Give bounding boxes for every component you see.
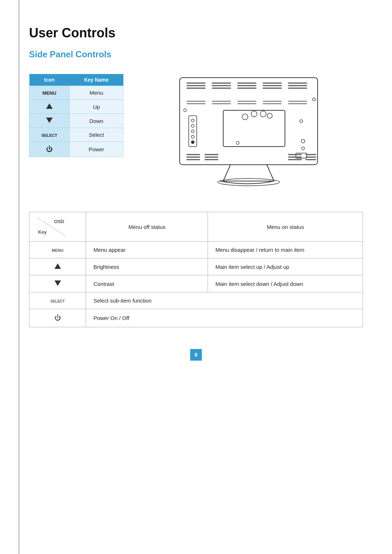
svg-rect-0 [180, 78, 318, 165]
svg-point-32 [191, 141, 194, 144]
down-icon-cell [29, 114, 70, 128]
select-icon: SELECT [41, 133, 57, 138]
power-on-off-text: Power On / Off [86, 309, 363, 327]
osd-key-header: OSD Key [29, 212, 86, 242]
power-icon: ⏻ [46, 145, 53, 153]
menu-off-text: Menu appear [86, 242, 208, 258]
col-icon-header: Icon [29, 74, 70, 86]
select-down-text: Main item select down / Adjust down [208, 275, 363, 292]
up-osd-icon [29, 258, 86, 275]
menu-on-header: Menu on status [208, 212, 363, 242]
menu-icon-cell: MENU [29, 86, 70, 100]
monitor-svg [172, 74, 325, 190]
section-subtitle: Side Panel Controls [29, 49, 363, 59]
osd-table: OSD Key Menu off status Menu on status M… [29, 212, 363, 327]
osd-select-row: SELECT Select sub-item function [29, 292, 363, 309]
table-row: Down [29, 114, 123, 128]
down-osd-icon [29, 275, 86, 292]
power-label: Power [70, 142, 123, 157]
contrast-text: Contrast [86, 275, 208, 292]
page-title: User Controls [29, 25, 363, 41]
menu-label: Menu [70, 86, 123, 100]
table-row: Up [29, 100, 123, 114]
side-panel-table: Icon Key Name MENU Menu Up Dow [29, 74, 123, 157]
select-up-text: Main item select up / Adjust up [208, 258, 363, 275]
up-triangle-icon [54, 263, 61, 269]
menu-on-text: Menu disappear / return to main item [208, 242, 363, 258]
table-row: MENU Menu [29, 86, 123, 100]
key-label: Key [38, 229, 47, 235]
col-keyname-header: Key Name [70, 74, 123, 86]
menu-osd-icon: MENU [29, 242, 86, 258]
menu-off-header: Menu off status [86, 212, 208, 242]
osd-label: OSD [54, 219, 64, 224]
up-icon-cell [29, 100, 70, 114]
page-number: 9 [190, 349, 202, 361]
power-icon-cell: ⏻ [29, 142, 70, 157]
select-icon-cell: SELECT [29, 128, 70, 142]
down-arrow-icon [46, 118, 53, 123]
osd-down-row: Contrast Main item select down / Adjust … [29, 275, 363, 292]
select-function-text: Select sub-item function [86, 292, 363, 309]
up-label: Up [70, 100, 123, 114]
osd-power-row: ⏻ Power On / Off [29, 309, 363, 327]
select-osd-icon: SELECT [29, 292, 86, 309]
page-number-container: 9 [29, 349, 363, 361]
osd-up-row: Brightness Main item select up / Adjust … [29, 258, 363, 275]
side-panel-section: Icon Key Name MENU Menu Up Dow [29, 74, 363, 190]
power-osd-icon: ⏻ [29, 309, 86, 327]
osd-menu-row: MENU Menu appear Menu disappear / return… [29, 242, 363, 258]
down-label: Down [70, 114, 123, 128]
table-row: ⏻ Power [29, 142, 123, 157]
monitor-diagram [134, 74, 363, 190]
table-row: SELECT Select [29, 128, 123, 142]
osd-header-row: OSD Key Menu off status Menu on status [29, 212, 363, 242]
up-arrow-icon [46, 103, 53, 109]
brightness-text: Brightness [86, 258, 208, 275]
select-label: Select [70, 128, 123, 142]
left-bar [18, 0, 20, 554]
down-triangle-icon [54, 280, 61, 286]
menu-icon: MENU [42, 90, 56, 96]
power-osd-symbol: ⏻ [54, 314, 61, 322]
